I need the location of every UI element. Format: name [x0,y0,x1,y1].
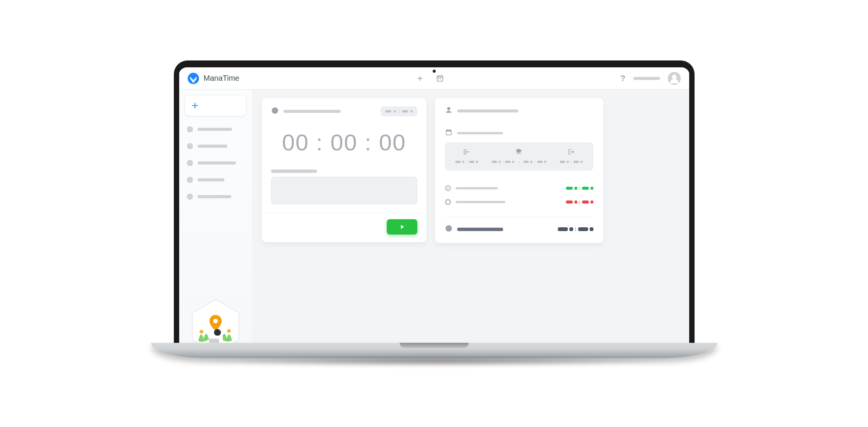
brand[interactable]: ManaTime [188,73,240,84]
help-button[interactable]: ? [620,73,625,83]
total-value: : [558,226,593,232]
svg-point-2 [199,330,203,334]
timer-panel-header: : [271,106,417,116]
sidebar-item-label [198,161,236,165]
start-timer-button[interactable] [387,219,417,235]
break-range: : → : [492,159,546,165]
logout-icon [568,148,575,157]
sidebar-add-button[interactable]: + [185,95,247,116]
summary-user-row [445,106,593,116]
divider [445,217,593,217]
brand-logo-icon [188,73,199,84]
app-body: + [179,90,689,343]
departure-time: : [560,160,582,164]
timer-title [283,110,341,113]
arrival-time: : [455,160,478,164]
total-row: : [445,225,593,234]
laptop-frame: ManaTime ? [151,60,718,367]
timer-display: 00 : 00 : 00 [271,129,417,156]
schedule-departure: : [560,148,582,164]
sidebar-item-dot [187,126,193,132]
status-list: : : [445,185,593,205]
sidebar-item-0[interactable] [187,126,247,132]
sidebar-item-4[interactable] [187,194,247,200]
status-label [456,187,498,189]
sidebar: + [179,90,252,343]
sidebar-item-3[interactable] [187,177,247,183]
status-value-green: : [566,186,593,191]
user-icon [445,106,453,116]
sidebar-item-dot [187,194,193,200]
status-label [456,201,505,203]
schedule-box: : : → : [445,142,593,171]
user-name-placeholder [633,77,660,80]
sidebar-item-label [198,195,231,198]
sidebar-item-label [198,128,232,131]
sidebar-item-label [198,145,227,148]
plus-icon: + [192,100,199,111]
ring-icon [445,199,451,205]
svg-point-3 [227,329,231,333]
status-row-missing: : [445,199,593,205]
svg-point-5 [214,329,221,336]
timer-panel: : 00 : 00 : 00 [262,98,427,242]
app-viewport: ManaTime ? [179,67,689,343]
svg-point-4 [213,319,218,323]
summary-date-label [457,132,503,134]
sidebar-item-label [198,178,224,181]
login-icon [463,148,470,157]
brand-name: ManaTime [204,74,240,83]
summary-date-row [445,129,593,138]
user-avatar[interactable] [668,72,681,85]
sidebar-item-2[interactable] [187,160,247,166]
sidebar-nav [185,126,247,200]
calendar-icon [445,129,453,138]
summary-panel: : : → : [435,98,603,243]
arrow-icon: → [517,159,521,165]
total-label [457,228,503,231]
sidebar-item-1[interactable] [187,143,247,149]
sidebar-item-dot [187,160,193,166]
laptop-screen: ManaTime ? [174,60,695,343]
svg-rect-7 [209,339,219,343]
divider [262,213,427,213]
notes-label [271,169,317,173]
status-value-red: : [566,199,593,205]
laptop-shadow [190,356,678,367]
clock-icon [271,107,279,116]
schedule-break: : → : [492,148,546,165]
calendar-button[interactable] [435,73,445,83]
play-outline-icon [445,185,451,191]
sidebar-illustration [191,299,240,343]
timer-badge[interactable]: : [381,106,417,116]
schedule-arrival: : [455,148,478,164]
sidebar-item-dot [187,143,193,149]
notes-textarea[interactable] [271,177,417,204]
add-button[interactable] [415,73,425,83]
status-row-worked: : [445,185,593,191]
laptop-camera [433,70,436,73]
topbar-center [245,73,615,83]
sidebar-item-dot [187,177,193,183]
topbar-right: ? [620,72,680,85]
main-area: : 00 : 00 : 00 [252,90,689,343]
clock-icon [445,225,453,234]
coffee-icon [515,148,522,156]
summary-user-label [457,109,518,112]
